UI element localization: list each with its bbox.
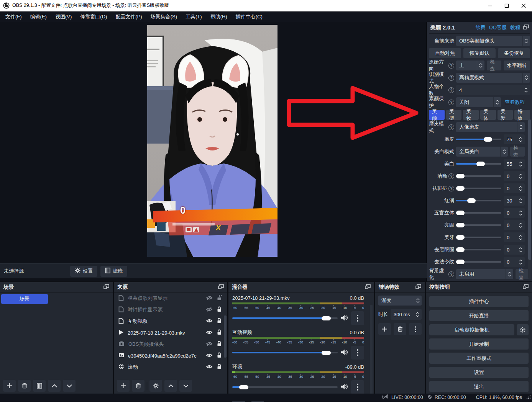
slider-handle[interactable] (467, 198, 476, 203)
spinner-arrows-icon[interactable] (518, 211, 525, 216)
spinner-arrows-icon[interactable] (518, 235, 525, 240)
exit-button[interactable]: 退出 (429, 381, 529, 392)
start-recording-button[interactable]: 开始录制 (429, 338, 529, 350)
view-tutorial-link[interactable]: 查看教程 (505, 99, 525, 106)
slider-handle[interactable] (456, 223, 465, 227)
horizontal-flip-button[interactable]: 水平翻转 (504, 60, 530, 70)
autofocus-button[interactable]: 自动对焦 (429, 48, 461, 58)
studio-mode-button[interactable]: 工作室模式 (429, 353, 529, 364)
source-row[interactable]: OBS美颜摄像头 (114, 338, 227, 350)
video-preview[interactable]: 0 X (147, 25, 277, 257)
orientation-check-button[interactable]: 检查 (487, 60, 501, 70)
face-3d-value[interactable]: 0 (504, 208, 525, 218)
menu-profile[interactable]: 配置文件(P) (112, 12, 146, 22)
bare-face-protect-dropdown[interactable]: 关闭 (456, 97, 501, 107)
plugin-center-button[interactable]: 插件中心 (429, 296, 529, 307)
lock-icon[interactable] (217, 341, 222, 348)
source-row[interactable]: 互动视频 (114, 315, 227, 327)
help-icon[interactable]: ? (448, 100, 454, 105)
slider-handle[interactable] (239, 385, 248, 389)
source-properties-button[interactable]: 设置 (70, 266, 97, 277)
source-row[interactable]: 时钟插件显示源 (114, 304, 227, 315)
move-scene-down-button[interactable] (63, 380, 76, 392)
spinner-arrows-icon[interactable] (518, 260, 525, 265)
tab-hair[interactable]: 美发 (498, 110, 513, 120)
lock-icon[interactable] (217, 318, 222, 325)
move-scene-up-button[interactable] (48, 380, 61, 392)
smooth-value[interactable]: 75 (504, 134, 525, 144)
bright-eyes-slider[interactable] (456, 223, 501, 227)
help-icon[interactable]: ? (448, 271, 454, 277)
spinner-arrows-icon[interactable] (415, 312, 422, 317)
recognition-mode-dropdown[interactable]: 高精度模式 (456, 73, 530, 83)
tab-effects[interactable]: 特效 (514, 110, 530, 120)
popout-icon[interactable] (415, 284, 421, 290)
qq-support-link[interactable]: QQ客服 (489, 24, 507, 31)
menu-docks[interactable]: 停靠窗口(D) (76, 12, 111, 22)
source-row[interactable]: 2025-07-18 21-29-03.mkv (114, 327, 227, 338)
minimize-button[interactable] (481, 0, 498, 11)
maximize-button[interactable] (498, 0, 515, 11)
source-properties-button[interactable] (149, 380, 162, 392)
clarity-value[interactable]: 0 (504, 171, 525, 181)
menu-scene-collection[interactable]: 场景集合(S) (147, 12, 181, 22)
volume-slider[interactable] (232, 316, 338, 320)
blemish-value[interactable]: 0 (504, 183, 525, 193)
blemish-slider[interactable] (456, 186, 501, 191)
settings-button[interactable]: 设置 (429, 367, 529, 378)
smooth-mode-dropdown[interactable]: 人像磨皮 (456, 122, 525, 132)
lock-icon[interactable] (217, 352, 222, 359)
whiten-value[interactable]: 55 (504, 159, 525, 169)
lock-icon[interactable] (217, 364, 222, 371)
eye-off-icon[interactable] (206, 295, 213, 302)
menu-plugin-center[interactable]: 插件中心(C) (232, 12, 266, 22)
clarity-slider[interactable] (456, 174, 501, 178)
lock-open-icon[interactable] (217, 295, 222, 302)
popout-icon[interactable] (103, 284, 109, 290)
help-icon[interactable]: ? (448, 75, 454, 81)
help-icon[interactable]: ? (448, 173, 454, 179)
help-icon[interactable]: ? (448, 63, 454, 69)
help-icon[interactable]: ? (448, 186, 454, 191)
eye-off-icon[interactable] (206, 307, 213, 313)
source-row[interactable]: 弹幕点歌列表显示 (114, 293, 227, 304)
person-count-spinner[interactable]: 4 (456, 85, 530, 95)
move-source-up-button[interactable] (164, 380, 177, 392)
restore-defaults-button[interactable]: 恢复默认 (463, 48, 496, 58)
volume-slider[interactable] (232, 385, 338, 389)
add-scene-button[interactable] (3, 380, 16, 392)
speaker-icon[interactable] (341, 349, 348, 356)
lock-icon[interactable] (217, 329, 222, 336)
orientation-dropdown[interactable]: 上 (456, 60, 484, 70)
popout-icon[interactable] (365, 284, 371, 290)
spinner-arrows-icon[interactable] (518, 162, 525, 167)
transition-type-dropdown[interactable]: 渐变 (378, 296, 422, 306)
tab-body[interactable]: 美体 (480, 110, 496, 120)
add-source-button[interactable] (117, 380, 130, 392)
spinner-arrows-icon[interactable] (518, 137, 525, 142)
start-virtual-camera-button[interactable]: 启动虚拟摄像机 (429, 324, 514, 335)
transition-options-button[interactable] (409, 323, 422, 335)
spinner-arrows-icon[interactable] (523, 88, 530, 93)
close-button[interactable] (515, 0, 532, 11)
tutorial-link[interactable]: 教程 (510, 24, 520, 31)
slider-handle[interactable] (322, 316, 331, 320)
slider-handle[interactable] (456, 247, 465, 252)
slider-handle[interactable] (456, 260, 465, 264)
tab-face-shape[interactable]: 美型 (446, 110, 462, 120)
dark-circles-value[interactable]: 0 (504, 245, 525, 255)
menu-file[interactable]: 文件(F) (2, 12, 26, 22)
remove-scene-button[interactable] (18, 380, 31, 392)
help-icon[interactable]: ? (448, 124, 454, 130)
smooth-slider[interactable] (456, 137, 501, 142)
help-icon[interactable]: ? (448, 87, 454, 93)
menu-view[interactable]: 视图(V) (51, 12, 76, 22)
resize-grip-icon[interactable] (526, 394, 531, 400)
scene-item[interactable]: 场景 (1, 294, 48, 304)
eye-icon[interactable] (206, 364, 213, 371)
slider-handle[interactable] (456, 186, 465, 191)
nasolabial-slider[interactable] (456, 260, 501, 264)
remove-source-button[interactable] (132, 380, 144, 392)
teeth-value[interactable]: 0 (504, 232, 525, 242)
tab-beauty[interactable]: 美颜 (429, 110, 445, 120)
